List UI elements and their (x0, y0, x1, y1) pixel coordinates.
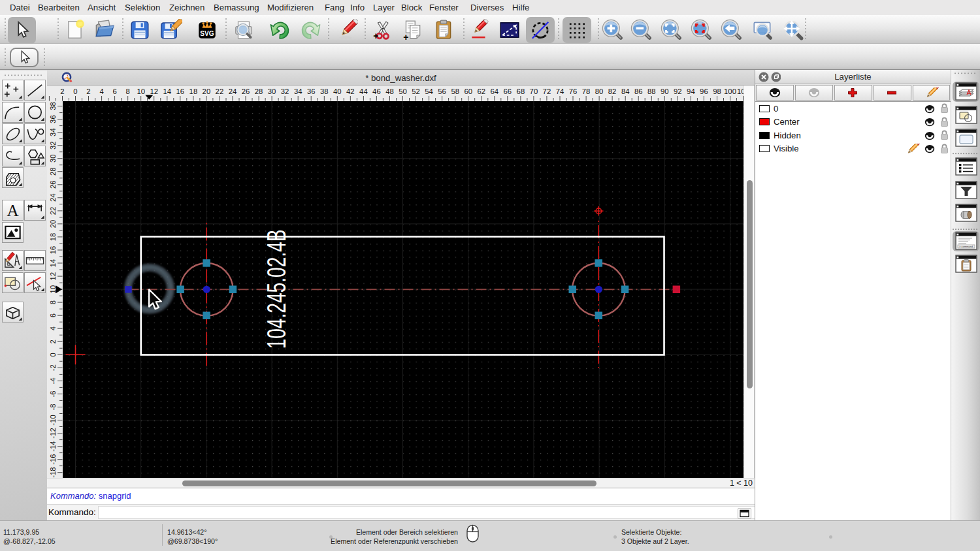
svg-text:42: 42 (346, 87, 355, 95)
svg-text:56: 56 (438, 87, 446, 95)
svg-text:60: 60 (464, 87, 472, 95)
svg-text:72: 72 (543, 87, 551, 95)
svg-text:64: 64 (491, 87, 499, 95)
svg-text:-8: -8 (49, 403, 57, 410)
svg-text:8: 8 (126, 87, 130, 95)
svg-text:52: 52 (412, 87, 420, 95)
svg-text:36: 36 (49, 115, 57, 123)
svg-text:2: 2 (60, 87, 64, 95)
svg-text:96: 96 (700, 87, 708, 95)
svg-text:+: + (373, 30, 378, 40)
svg-text:16: 16 (176, 87, 185, 95)
svg-text:32: 32 (49, 141, 57, 150)
svg-text:94: 94 (687, 87, 695, 95)
svg-text:24: 24 (229, 87, 237, 95)
svg-text:34: 34 (294, 87, 302, 95)
svg-text:4: 4 (49, 326, 57, 330)
svg-text:0: 0 (49, 353, 57, 356)
svg-text:68: 68 (517, 87, 525, 95)
svg-text:44: 44 (359, 87, 368, 95)
svg-text:102: 102 (737, 87, 743, 95)
svg-text:12: 12 (150, 87, 158, 95)
svg-text:66: 66 (504, 87, 512, 95)
svg-text:14: 14 (49, 259, 57, 268)
svg-text:76: 76 (569, 87, 578, 95)
svg-text:20: 20 (49, 220, 57, 228)
svg-text:12: 12 (49, 272, 57, 281)
svg-text:26: 26 (49, 181, 57, 189)
svg-text:78: 78 (582, 87, 591, 95)
svg-text:36: 36 (307, 87, 316, 95)
svg-text:30: 30 (49, 154, 57, 163)
svg-text:0: 0 (73, 87, 77, 95)
svg-text:38: 38 (49, 102, 57, 110)
svg-text:2: 2 (49, 339, 57, 343)
svg-text:8: 8 (49, 300, 57, 304)
svg-text:A: A (7, 202, 18, 219)
svg-text:54: 54 (425, 87, 433, 95)
svg-text:82: 82 (608, 87, 617, 95)
svg-text:20: 20 (203, 87, 211, 95)
svg-text:48: 48 (385, 87, 394, 95)
svg-text:98: 98 (713, 87, 721, 95)
svg-text:84: 84 (621, 87, 630, 95)
svg-text:88: 88 (647, 87, 656, 95)
svg-text:40: 40 (333, 87, 342, 95)
svg-text:10: 10 (137, 87, 145, 95)
svg-text:-10: -10 (49, 415, 57, 425)
svg-text:74: 74 (556, 87, 564, 95)
svg-text:32: 32 (281, 87, 289, 95)
svg-text:30: 30 (268, 87, 276, 95)
svg-text:34: 34 (49, 128, 57, 136)
svg-text:28: 28 (49, 167, 57, 176)
svg-text:22: 22 (216, 87, 224, 95)
svg-text:18: 18 (189, 87, 198, 95)
svg-text:24: 24 (49, 194, 57, 202)
svg-text:70: 70 (530, 87, 538, 95)
svg-text:92: 92 (674, 87, 682, 95)
svg-text:6: 6 (112, 87, 116, 95)
svg-text:90: 90 (661, 87, 669, 95)
svg-text:86: 86 (634, 87, 643, 95)
svg-text:-12: -12 (49, 428, 57, 438)
svg-text:SVG: SVG (200, 30, 214, 37)
svg-text:26: 26 (242, 87, 250, 95)
svg-text:6: 6 (49, 313, 57, 317)
svg-text:38: 38 (320, 87, 329, 95)
svg-text:> command: > command (959, 245, 973, 248)
svg-text:14: 14 (163, 87, 172, 95)
svg-text:2: 2 (86, 87, 90, 95)
svg-text:-2: -2 (49, 364, 57, 371)
svg-text:4: 4 (99, 87, 103, 95)
svg-text:50: 50 (399, 87, 407, 95)
svg-text:16: 16 (49, 246, 57, 255)
svg-text:+: + (403, 31, 408, 40)
svg-text:100: 100 (724, 87, 736, 95)
svg-text:58: 58 (451, 87, 459, 95)
svg-text:-14: -14 (49, 441, 57, 451)
svg-text:80: 80 (595, 87, 604, 95)
svg-text:10: 10 (49, 285, 57, 294)
svg-text:62: 62 (477, 87, 485, 95)
svg-text:22: 22 (49, 207, 57, 215)
svg-text:-18: -18 (49, 467, 57, 478)
svg-text:46: 46 (372, 87, 381, 95)
svg-text:-6: -6 (49, 390, 57, 397)
svg-text:-16: -16 (49, 454, 57, 464)
svg-text:28: 28 (255, 87, 263, 95)
svg-text:18: 18 (49, 233, 57, 242)
svg-text:-4: -4 (49, 377, 57, 384)
svg-text:104.245.02.4B: 104.245.02.4B (262, 230, 291, 349)
